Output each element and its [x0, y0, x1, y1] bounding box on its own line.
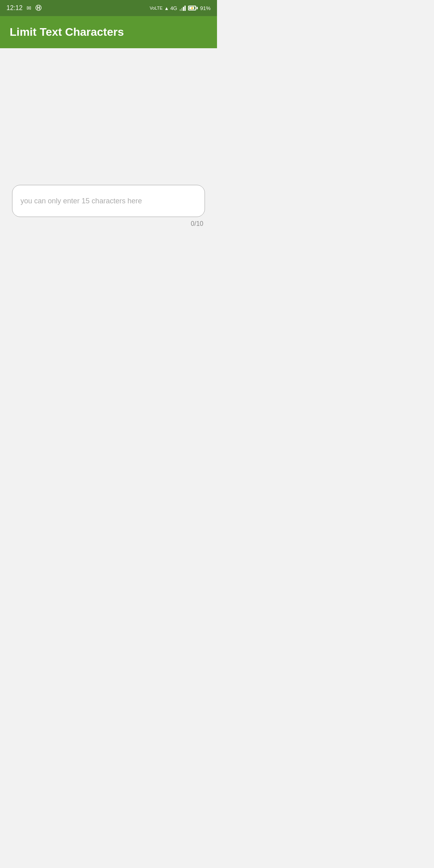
volte-icon: VoLTE: [149, 6, 162, 10]
app-title: Limit Text Characters: [10, 26, 124, 39]
sms-icon: ✉: [27, 5, 31, 11]
signal-icon: [180, 5, 186, 11]
input-container: 0/10: [12, 185, 205, 227]
status-bar-right: VoLTE ▴ 4G ⚡ 91%: [149, 5, 211, 11]
status-bar: 12:12 ✉ Ⓗ VoLTE ▴ 4G ⚡ 91%: [0, 0, 217, 16]
battery-icon: ⚡: [188, 6, 198, 10]
battery-percent: 91%: [200, 5, 211, 11]
char-counter: 0/10: [191, 220, 205, 227]
network-4g-right: 4G: [170, 5, 177, 11]
app-bar: Limit Text Characters: [0, 16, 217, 48]
parking-icon: Ⓗ: [35, 4, 41, 12]
main-content: 0/10: [0, 48, 217, 434]
status-bar-left: 12:12 ✉ Ⓗ: [6, 4, 41, 12]
wifi-icon: ▴: [165, 5, 168, 11]
status-time: 12:12: [6, 4, 23, 12]
text-input[interactable]: [12, 185, 205, 217]
